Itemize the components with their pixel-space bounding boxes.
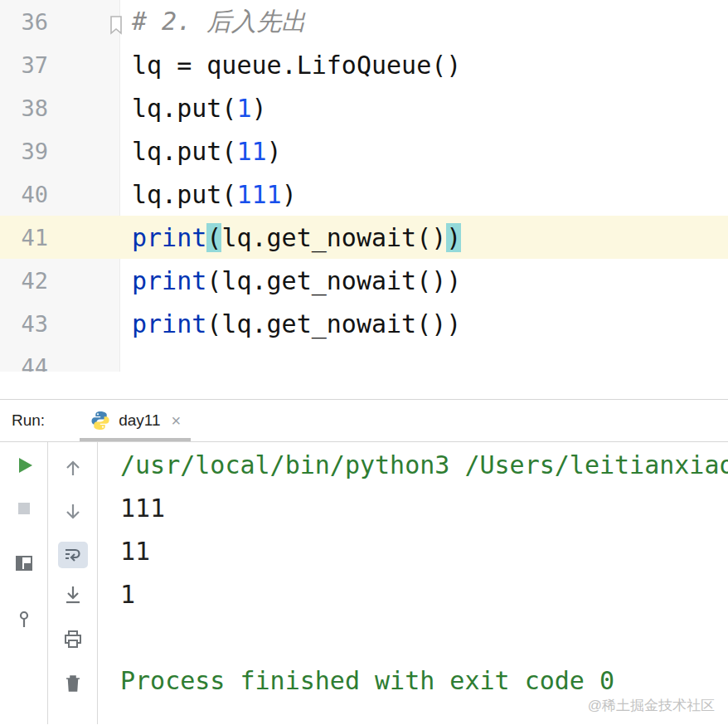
code-text: print(lq.get_nowait())	[120, 266, 461, 295]
console-output[interactable]: /usr/local/bin/python3 /Users/leitianxia…	[98, 442, 728, 724]
code-token: print	[132, 266, 206, 295]
run-toolbar-left	[0, 442, 48, 724]
python-icon	[90, 410, 111, 431]
line-number[interactable]: 38	[0, 95, 48, 121]
scroll-to-end-icon[interactable]	[61, 583, 85, 606]
editor[interactable]: 36# 2. 后入先出37lq = queue.LifoQueue()38lq.…	[0, 0, 728, 372]
editor-gutter: 44	[0, 345, 120, 372]
code-token: lq.put(	[132, 94, 236, 123]
code-token: lq.get_nowait()	[221, 223, 446, 252]
editor-bottom-gap	[0, 372, 728, 399]
line-number[interactable]: 39	[0, 139, 48, 164]
code-text: print(lq.get_nowait())	[120, 309, 461, 338]
code-token: (lq.get_nowait())	[206, 309, 461, 338]
console-line: 11	[120, 530, 728, 573]
console-toolbar	[48, 442, 98, 724]
code-line-38[interactable]: 38lq.put(1)	[0, 86, 728, 129]
code-token: 111	[236, 180, 281, 209]
print-icon[interactable]	[61, 628, 85, 651]
code-token: lq.put(	[132, 137, 236, 166]
soft-wrap-icon[interactable]	[58, 542, 88, 568]
bookmark-icon[interactable]	[108, 12, 124, 32]
code-line-42[interactable]: 42print(lq.get_nowait())	[0, 259, 728, 302]
code-line-41[interactable]: 41print(lq.get_nowait())	[0, 216, 728, 259]
code-token: (	[206, 223, 221, 252]
code-token: )	[267, 137, 282, 166]
restore-layout-icon[interactable]	[12, 552, 36, 575]
code-token: 11	[236, 137, 266, 166]
code-token: lq.put(	[132, 180, 236, 209]
run-tab-day11[interactable]: day11 ×	[80, 400, 191, 441]
editor-gutter: 38	[0, 86, 120, 129]
run-tab-label: day11	[119, 411, 160, 430]
code-line-36[interactable]: 36# 2. 后入先出	[0, 0, 728, 43]
code-token: print	[132, 223, 206, 252]
line-number[interactable]: 40	[0, 182, 48, 207]
editor-gutter: 43	[0, 302, 120, 345]
code-text: print(lq.get_nowait())	[120, 223, 461, 252]
code-text: lq.put(1)	[120, 94, 267, 123]
code-text: lq = queue.LifoQueue()	[120, 51, 461, 80]
editor-gutter: 36	[0, 0, 120, 43]
line-number[interactable]: 41	[0, 225, 48, 251]
line-number[interactable]: 44	[0, 354, 48, 372]
code-line-39[interactable]: 39lq.put(11)	[0, 129, 728, 173]
line-number[interactable]: 43	[0, 311, 48, 337]
line-number[interactable]: 37	[0, 52, 48, 78]
line-number[interactable]: 36	[0, 9, 48, 35]
code-line-40[interactable]: 40lq.put(111)	[0, 173, 728, 216]
editor-gutter: 41	[0, 216, 120, 259]
rerun-icon[interactable]	[12, 454, 36, 477]
code-token: lq = queue.LifoQueue()	[132, 51, 461, 80]
code-line-37[interactable]: 37lq = queue.LifoQueue()	[0, 43, 728, 86]
code-text: lq.put(11)	[120, 137, 282, 166]
editor-gutter: 39	[0, 129, 120, 173]
editor-gutter: 40	[0, 173, 120, 216]
up-stack-icon[interactable]	[61, 456, 85, 479]
watermark: @稀土掘金技术社区	[588, 696, 715, 715]
run-panel-title: Run:	[12, 411, 45, 430]
console-line: /usr/local/bin/python3 /Users/leitianxia…	[120, 444, 728, 487]
close-tab-icon[interactable]: ×	[172, 412, 182, 429]
code-token: )	[282, 180, 297, 209]
console-line	[120, 616, 728, 659]
code-token: 1	[236, 94, 251, 123]
editor-gutter: 37	[0, 43, 120, 86]
editor-gutter: 42	[0, 259, 120, 302]
stop-icon[interactable]	[12, 497, 36, 520]
code-token: )	[446, 223, 461, 252]
run-toolbar-header: Run: day11 ×	[0, 399, 728, 442]
ide-window: 36# 2. 后入先出37lq = queue.LifoQueue()38lq.…	[0, 0, 728, 724]
console-line: 1	[120, 573, 728, 616]
code-text: # 2. 后入先出	[120, 5, 306, 39]
code-text: lq.put(111)	[120, 180, 297, 209]
code-token: # 2. 后入先出	[132, 7, 306, 36]
line-number[interactable]: 42	[0, 268, 48, 294]
code-line-44[interactable]: 44	[0, 345, 728, 372]
code-line-43[interactable]: 43print(lq.get_nowait())	[0, 302, 728, 345]
code-token: (lq.get_nowait())	[206, 266, 461, 295]
down-stack-icon[interactable]	[61, 500, 85, 523]
clear-icon[interactable]	[61, 672, 85, 695]
pin-icon[interactable]	[12, 607, 36, 630]
code-token: print	[132, 309, 206, 338]
run-console-area: /usr/local/bin/python3 /Users/leitianxia…	[0, 442, 728, 724]
code-token: )	[252, 94, 267, 123]
console-line: 111	[120, 487, 728, 530]
